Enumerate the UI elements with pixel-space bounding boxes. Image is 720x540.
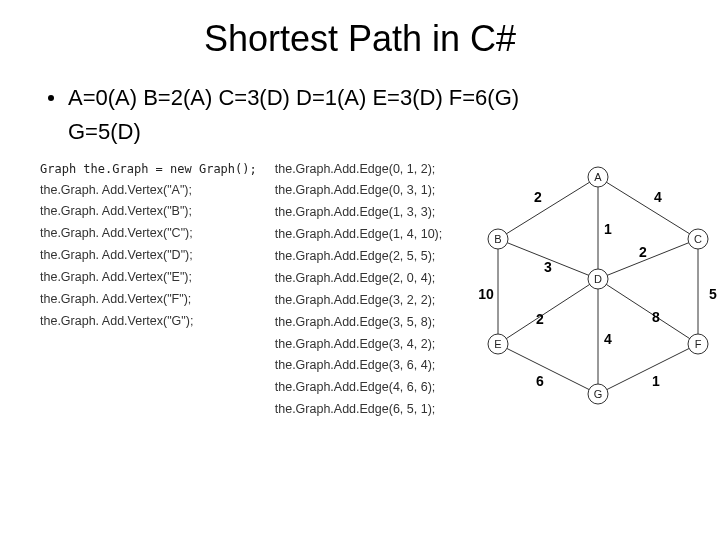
graph-edge <box>598 177 698 239</box>
graph-edge <box>498 279 598 344</box>
edge-weight: 4 <box>604 331 612 347</box>
graph-node-label: C <box>694 233 702 245</box>
graph-node-label: E <box>494 338 501 350</box>
edge-weight: 2 <box>534 189 542 205</box>
graph-node-label: G <box>593 388 602 400</box>
edge-weight: 8 <box>652 309 660 325</box>
edge-weight: 4 <box>654 189 662 205</box>
result-text: A=0(A) B=2(A) C=3(D) D=1(A) E=3(D) F=6(G… <box>68 84 519 113</box>
graph-edge <box>598 279 698 344</box>
slide-title: Shortest Path in C# <box>40 18 680 60</box>
graph-node-label: F <box>694 338 701 350</box>
content-columns: Graph the.Graph = new Graph();the.Graph.… <box>40 159 680 422</box>
code-line: the.Graph. Add.Vertex("F"); <box>40 289 257 311</box>
graph-edge <box>598 239 698 279</box>
graph-edge <box>598 344 698 394</box>
edge-weight: 10 <box>478 286 494 302</box>
code-line: the.Graph.Add.Edge(2, 5, 5); <box>275 246 450 268</box>
graph-node-label: D <box>594 273 602 285</box>
graph-node-label: A <box>594 171 602 183</box>
edge-weight: 6 <box>536 373 544 389</box>
code-column-vertices: Graph the.Graph = new Graph();the.Graph.… <box>40 159 257 333</box>
edge-weight: 1 <box>604 221 612 237</box>
code-line: the.Graph.Add.Edge(3, 5, 8); <box>275 312 450 334</box>
code-line: the.Graph.Add.Edge(0, 1, 2); <box>275 159 450 181</box>
code-line: the.Graph. Add.Vertex("G"); <box>40 311 257 333</box>
edge-weight: 2 <box>639 244 647 260</box>
graph-edge <box>498 344 598 394</box>
code-line: the.Graph.Add.Edge(0, 3, 1); <box>275 180 450 202</box>
result-bullet: A=0(A) B=2(A) C=3(D) D=1(A) E=3(D) F=6(G… <box>48 84 680 113</box>
code-line: the.Graph. Add.Vertex("B"); <box>40 201 257 223</box>
graph-node-label: B <box>494 233 501 245</box>
edge-weight: 1 <box>652 373 660 389</box>
result-text-cont: G=5(D) <box>68 119 680 145</box>
graph-diagram: 2413102528461ABCDEFG <box>468 159 720 419</box>
bullet-icon <box>48 95 54 101</box>
code-line: the.Graph. Add.Vertex("C"); <box>40 223 257 245</box>
edge-weight: 5 <box>709 286 717 302</box>
code-line: the.Graph. Add.Vertex("D"); <box>40 245 257 267</box>
code-column-edges: the.Graph.Add.Edge(0, 1, 2);the.Graph.Ad… <box>275 159 450 422</box>
code-line: the.Graph.Add.Edge(3, 2, 2); <box>275 290 450 312</box>
code-line: the.Graph.Add.Edge(3, 6, 4); <box>275 355 450 377</box>
code-line: the.Graph. Add.Vertex("E"); <box>40 267 257 289</box>
code-line: the.Graph.Add.Edge(1, 3, 3); <box>275 202 450 224</box>
edge-weight: 2 <box>536 311 544 327</box>
slide: Shortest Path in C# A=0(A) B=2(A) C=3(D)… <box>0 0 720 540</box>
code-line: Graph the.Graph = new Graph(); <box>40 159 257 180</box>
code-line: the.Graph.Add.Edge(4, 6, 6); <box>275 377 450 399</box>
code-line: the.Graph.Add.Edge(2, 0, 4); <box>275 268 450 290</box>
code-line: the.Graph.Add.Edge(1, 4, 10); <box>275 224 450 246</box>
graph-edge <box>498 177 598 239</box>
code-line: the.Graph. Add.Vertex("A"); <box>40 180 257 202</box>
code-line: the.Graph.Add.Edge(6, 5, 1); <box>275 399 450 421</box>
edge-weight: 3 <box>544 259 552 275</box>
code-line: the.Graph.Add.Edge(3, 4, 2); <box>275 334 450 356</box>
